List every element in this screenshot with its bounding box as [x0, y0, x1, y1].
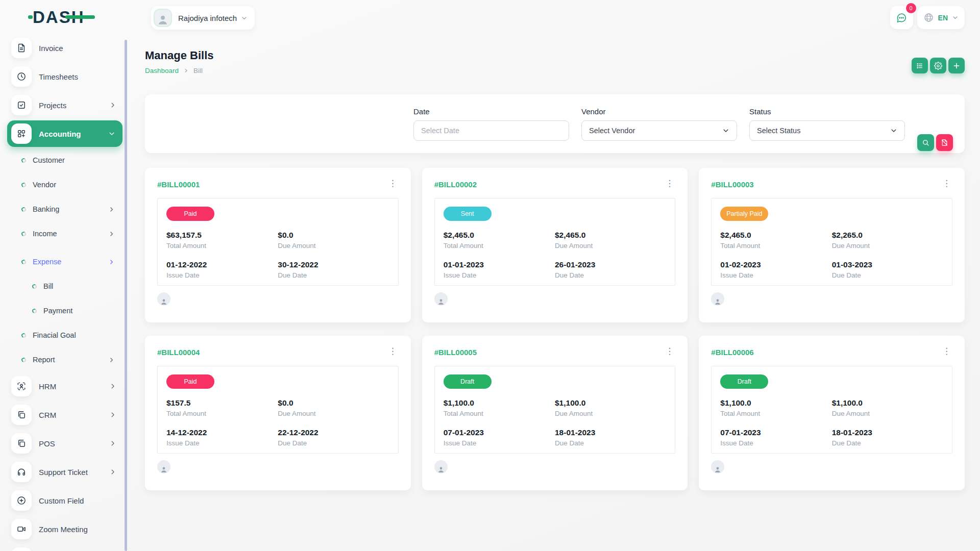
breadcrumb-dashboard-link[interactable]: Dashboard [145, 67, 179, 74]
bill-id-link[interactable]: #BILL00002 [434, 180, 477, 189]
sidebar-item-banking[interactable]: Banking [0, 197, 128, 221]
sidebar-item-payment[interactable]: Payment [0, 298, 128, 323]
apply-filter-button[interactable] [917, 134, 934, 151]
chevron-down-icon [952, 14, 959, 21]
due-date-label: Due Date [278, 271, 389, 280]
sidebar-item-label: Payment [43, 307, 115, 315]
bullet-icon [21, 259, 27, 264]
language-selector[interactable]: EN [917, 6, 965, 29]
circle-plus-icon [11, 490, 32, 511]
bill-card: #BILL00006 ⋮ Draft $1,100.0 Total Amount… [699, 336, 965, 490]
create-bill-button[interactable] [948, 58, 965, 73]
sidebar-item-projects[interactable]: Projects [0, 91, 128, 119]
sidebar-item-timesheets[interactable]: Timesheets [0, 62, 128, 91]
due-date-value: 26-01-2023 [555, 260, 666, 270]
brand-logo[interactable]: DASH [0, 0, 128, 34]
status-select[interactable]: Select Status [749, 120, 905, 141]
sidebar-item-expense[interactable]: Expense [0, 249, 128, 274]
list-view-button[interactable] [912, 58, 928, 73]
due-amount-value: $2,265.0 [832, 230, 943, 240]
issue-date-value: 01-02-2023 [720, 260, 831, 270]
sidebar-item-support-ticket[interactable]: Support Ticket [0, 458, 128, 486]
workspace-switcher[interactable]: Rajodiya infotech [151, 6, 255, 30]
sidebar-item-label: Accounting [39, 130, 108, 138]
globe-icon [923, 12, 934, 23]
sidebar-item-label: Customer [33, 156, 115, 164]
due-date-label: Due Date [832, 439, 943, 448]
card-menu-icon[interactable]: ⋮ [664, 348, 675, 355]
vendor-avatar [434, 292, 448, 306]
due-date-label: Due Date [555, 439, 666, 448]
sidebar-item-report[interactable]: Report [0, 347, 128, 372]
chevron-right-icon [108, 231, 115, 237]
sidebar-item-vendor[interactable]: Vendor [0, 172, 128, 197]
due-date-label: Due Date [832, 271, 943, 280]
chevron-right-icon [108, 259, 115, 265]
sidebar-item-bill[interactable]: Bill [0, 274, 128, 298]
bill-id-link[interactable]: #BILL00001 [157, 180, 200, 189]
card-menu-icon[interactable]: ⋮ [387, 180, 399, 187]
card-menu-icon[interactable]: ⋮ [664, 180, 675, 187]
sidebar-item-zoom-meeting[interactable]: Zoom Meeting [0, 515, 128, 543]
checkbox-icon [11, 95, 32, 115]
sidebar-item-partial[interactable] [0, 543, 128, 551]
sidebar-item-pos[interactable]: POS [0, 429, 128, 458]
reset-filter-button[interactable] [936, 134, 953, 151]
filter-date-group: Date [413, 107, 569, 141]
vendor-avatar [434, 460, 448, 473]
sidebar-item-customer[interactable]: Customer [0, 148, 128, 172]
bill-id-link[interactable]: #BILL00006 [711, 348, 753, 357]
sidebar-item-accounting[interactable]: Accounting [7, 120, 122, 147]
due-amount-value: $0.0 [278, 398, 389, 408]
due-date-value: 18-01-2023 [555, 428, 666, 438]
filter-date-label: Date [413, 107, 569, 116]
status-badge: Paid [166, 207, 214, 221]
messages-badge: 0 [906, 3, 916, 13]
sidebar-scrollbar[interactable] [125, 40, 127, 551]
sidebar-item-label: Banking [33, 205, 108, 213]
card-menu-icon[interactable]: ⋮ [941, 180, 952, 187]
sidebar-item-income[interactable]: Income [0, 221, 128, 246]
card-menu-icon[interactable]: ⋮ [387, 348, 399, 355]
sidebar-item-label: Timesheets [39, 72, 116, 81]
vendor-select-value: Select Vendor [589, 127, 635, 135]
sidebar-item-label: Report [33, 356, 108, 364]
workspace-name: Rajodiya infotech [178, 14, 237, 22]
bullet-icon [21, 357, 27, 362]
due-amount-value: $2,465.0 [555, 230, 666, 240]
vendor-select[interactable]: Select Vendor [581, 120, 737, 141]
bill-id-link[interactable]: #BILL00004 [157, 348, 200, 357]
chevron-right-icon [109, 383, 116, 390]
due-amount-label: Due Amount [832, 241, 943, 251]
status-badge: Draft [720, 374, 768, 389]
total-amount-label: Total Amount [444, 241, 555, 251]
date-input[interactable] [413, 120, 569, 141]
sidebar-item-hrm[interactable]: HRM [0, 372, 128, 400]
vendor-avatar [157, 460, 170, 473]
sidebar-item-label: CRM [39, 411, 109, 419]
total-amount-value: $2,465.0 [444, 230, 555, 240]
filter-vendor-group: Vendor Select Vendor [581, 107, 737, 141]
sidebar-item-finacial-goal[interactable]: Finacial Goal [0, 323, 128, 347]
logo-dash-bar [65, 15, 95, 19]
bills-grid: #BILL00001 ⋮ Paid $63,157.5 Total Amount… [145, 168, 965, 490]
workspace-avatar [154, 9, 172, 27]
vendor-avatar [711, 292, 724, 306]
bill-id-link[interactable]: #BILL00003 [711, 180, 753, 189]
total-amount-label: Total Amount [166, 409, 278, 418]
sidebar-item-label: Projects [39, 101, 109, 110]
sidebar-item-invoice[interactable]: Invoice [0, 34, 128, 62]
card-menu-icon[interactable]: ⋮ [941, 348, 952, 355]
messages-button[interactable]: 0 [890, 6, 913, 29]
bullet-icon [21, 231, 27, 236]
total-amount-label: Total Amount [166, 241, 278, 251]
settings-button[interactable] [930, 58, 946, 73]
filter-actions [917, 134, 953, 151]
sidebar-item-crm[interactable]: CRM [0, 400, 128, 429]
sidebar-item-custom-field[interactable]: Custom Field [0, 486, 128, 515]
bill-id-link[interactable]: #BILL00005 [434, 348, 477, 357]
sidebar-item-label: Finacial Goal [33, 331, 115, 339]
due-date-label: Due Date [555, 271, 666, 280]
issue-date-label: Issue Date [166, 271, 278, 280]
sidebar-item-label: Income [33, 230, 108, 238]
